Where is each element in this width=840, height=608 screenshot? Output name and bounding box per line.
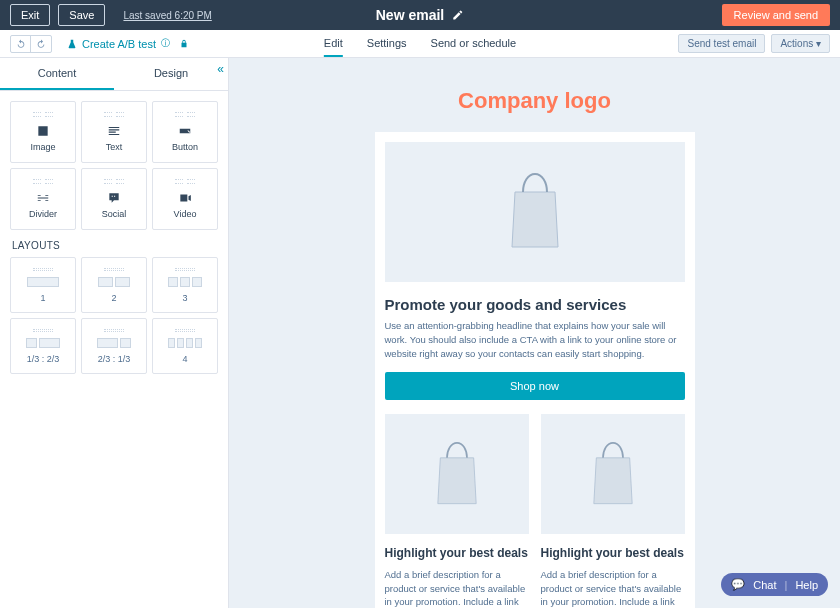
block-label: Divider [29,209,57,219]
block-button[interactable]: Button [152,101,218,163]
chevron-down-icon: ▾ [816,38,821,49]
main-tabs: Edit Settings Send or schedule [324,30,516,57]
toolbar: Create A/B test ⓘ Edit Settings Send or … [0,30,840,58]
drag-handle-icon [175,268,195,271]
review-send-button[interactable]: Review and send [722,4,830,26]
sidebar-body: Image Text Button Divider [0,91,228,384]
sidebar-tabs: Content Design [0,58,228,91]
block-divider[interactable]: Divider [10,168,76,230]
column-heading[interactable]: Highlight your best deals [541,546,685,562]
chat-label: Chat [753,579,776,591]
layout-label: 2 [111,293,116,303]
tab-edit[interactable]: Edit [324,30,343,57]
email-title: New email [376,7,444,23]
sidebar-tab-content[interactable]: Content [0,58,114,90]
edit-title-icon[interactable] [452,9,464,21]
drag-handle-icon [104,179,124,183]
column-body[interactable]: Add a brief description for a product or… [385,568,529,608]
column-right: Highlight your best deals Add a brief de… [541,414,685,608]
company-logo-text[interactable]: Company logo [375,88,695,114]
product-image-placeholder[interactable] [385,414,529,534]
exit-button[interactable]: Exit [10,4,50,26]
topbar-right: Review and send [722,4,830,26]
redo-button[interactable] [31,36,51,52]
block-image[interactable]: Image [10,101,76,163]
info-icon: ⓘ [161,37,170,50]
layout-label: 1/3 : 2/3 [27,354,60,364]
create-ab-test-link[interactable]: Create A/B test ⓘ [67,37,189,50]
column-heading[interactable]: Highlight your best deals [385,546,529,562]
email-container: Company logo Promote your goods and serv… [375,88,695,548]
drag-handle-icon [104,112,124,116]
image-icon [35,124,51,138]
layout-2col[interactable]: 2 [81,257,147,313]
layout-3col[interactable]: 3 [152,257,218,313]
social-icon [106,191,122,205]
topbar-left: Exit Save Last saved 6:20 PM [10,4,212,26]
undo-icon [16,39,26,49]
flask-icon [67,39,77,49]
hero-image-placeholder[interactable] [385,142,685,282]
block-label: Text [106,142,123,152]
drag-handle-icon [33,329,53,332]
drag-handle-icon [33,112,53,116]
toolbar-right: Send test email Actions ▾ [678,34,830,53]
layout-4col[interactable]: 4 [152,318,218,374]
last-saved-link[interactable]: Last saved 6:20 PM [123,10,211,21]
product-image-placeholder[interactable] [541,414,685,534]
divider: | [785,579,788,591]
drag-handle-icon [175,179,195,183]
block-label: Video [174,209,197,219]
topbar-title-area: New email [376,7,464,23]
shop-now-button[interactable]: Shop now [385,372,685,400]
video-icon [177,191,193,205]
collapse-sidebar-icon[interactable]: « [217,62,224,76]
top-bar: Exit Save Last saved 6:20 PM New email R… [0,0,840,30]
layout-2-3-1-3[interactable]: 2/3 : 1/3 [81,318,147,374]
undo-button[interactable] [11,36,31,52]
block-text[interactable]: Text [81,101,147,163]
drag-handle-icon [104,268,124,271]
block-label: Image [30,142,55,152]
layout-label: 3 [182,293,187,303]
lock-icon [179,39,189,49]
block-social[interactable]: Social [81,168,147,230]
shopping-bag-icon [588,437,638,512]
tab-settings[interactable]: Settings [367,30,407,57]
email-body-text[interactable]: Use an attention-grabbing headline that … [385,319,685,360]
main-area: « Content Design Image Text [0,58,840,608]
help-label: Help [795,579,818,591]
save-button[interactable]: Save [58,4,105,26]
divider-icon [35,191,51,205]
layout-1col[interactable]: 1 [10,257,76,313]
redo-icon [36,39,46,49]
column-body[interactable]: Add a brief description for a product or… [541,568,685,608]
content-blocks: Image Text Button Divider [10,101,218,230]
chat-bubble-icon: 💬 [731,578,745,591]
chat-help-widget[interactable]: 💬 Chat | Help [721,573,828,596]
email-canvas[interactable]: Company logo Promote your goods and serv… [229,58,840,608]
shopping-bag-icon [505,167,565,257]
layout-label: 1 [40,293,45,303]
column-left: Highlight your best deals Add a brief de… [385,414,529,608]
tab-send-schedule[interactable]: Send or schedule [431,30,517,57]
drag-handle-icon [33,179,53,183]
drag-handle-icon [33,268,53,271]
text-icon [106,124,122,138]
drag-handle-icon [175,112,195,116]
sidebar: « Content Design Image Text [0,58,229,608]
undo-redo-group [10,35,52,53]
layout-label: 2/3 : 1/3 [98,354,131,364]
send-test-email-button[interactable]: Send test email [678,34,765,53]
email-headline[interactable]: Promote your goods and services [385,296,685,313]
ab-test-label: Create A/B test [82,38,156,50]
block-label: Button [172,142,198,152]
actions-dropdown[interactable]: Actions ▾ [771,34,830,53]
block-video[interactable]: Video [152,168,218,230]
sidebar-tab-design[interactable]: Design [114,58,228,90]
drag-handle-icon [175,329,195,332]
layouts-heading: LAYOUTS [12,240,216,251]
layout-1-3-2-3[interactable]: 1/3 : 2/3 [10,318,76,374]
shopping-bag-icon [432,437,482,512]
block-label: Social [102,209,127,219]
